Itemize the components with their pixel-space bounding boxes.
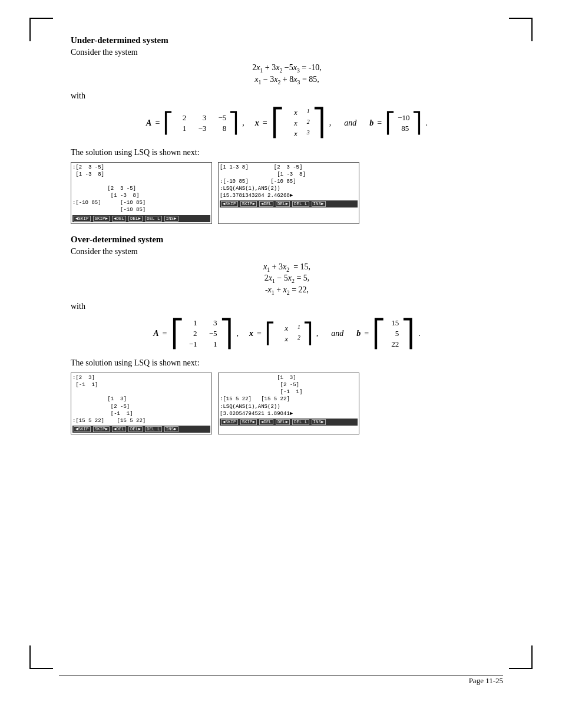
bar-skip-right-2[interactable]: SKIP► — [240, 201, 257, 207]
bar-del-right-3[interactable]: DEL► — [128, 426, 143, 432]
bar-skip-left-2[interactable]: ◄SKIP — [221, 201, 238, 207]
corner-mark-tl — [29, 18, 53, 41]
bar-del-l-2[interactable]: DEL L — [292, 201, 309, 207]
bar-del-left-4[interactable]: ◄DEL — [259, 419, 273, 425]
bar-skip-left-3[interactable]: ◄SKIP — [74, 426, 91, 432]
bar-del-left-2[interactable]: ◄DEL — [259, 201, 273, 207]
x-vector-2: ⎡ x1 x2 ⎤ — [265, 322, 313, 345]
under-determined-section: Under-determined system Consider the sys… — [71, 35, 503, 224]
page-number: Page 11-25 — [469, 676, 503, 686]
bar-ins-4[interactable]: INS► — [312, 419, 326, 425]
over-determined-intro: Consider the system — [71, 247, 503, 256]
od-eq-line-1: x1 + 3x2 = 15, — [71, 262, 503, 273]
screenshot-1b: [1 1-3 8] [2 3 -5] [1 -3 8] :[-10 85] [-… — [218, 162, 359, 224]
bar-skip-right[interactable]: SKIP► — [93, 216, 110, 222]
bar-del-left[interactable]: ◄DEL — [112, 216, 126, 222]
screenshot-1a: :[2 3 -5] [1 -3 8] [2 3 -5] [1 -3 8] :[-… — [71, 162, 212, 224]
bar-skip-right-4[interactable]: SKIP► — [240, 419, 257, 425]
over-determined-title: Over-determined system — [71, 235, 503, 245]
b-vector-expr-2: b = ⎡ 15 5 22 ⎤ . — [356, 317, 420, 350]
od-eq-line-3: -x1 + x2 = 22, — [71, 285, 503, 296]
with-label-1: with — [71, 91, 503, 101]
bar-skip-left-4[interactable]: ◄SKIP — [221, 419, 238, 425]
with-label-2: with — [71, 302, 503, 311]
bar-skip-left[interactable]: ◄SKIP — [74, 216, 91, 222]
x-label-2: x — [249, 329, 253, 338]
bar-ins-2[interactable]: INS► — [312, 201, 326, 207]
screenshots-row-1: :[2 3 -5] [1 -3 8] [2 3 -5] [1 -3 8] :[-… — [71, 162, 503, 224]
bar-del-l-4[interactable]: DEL L — [292, 419, 309, 425]
solution-text-2: The solution using LSQ is shown next: — [71, 358, 503, 368]
x-vector-1: ⎡ x1 x2 x3 ⎤ — [271, 107, 326, 140]
over-determined-section: Over-determined system Consider the syst… — [71, 235, 503, 434]
matrix-A-2: ⎡ 1 3 2 −5 −1 1 — [171, 317, 233, 350]
corner-mark-bl — [29, 645, 53, 669]
matrix-equation-1: A = ⎡ 2 3 −5 1 −3 8 — [71, 107, 503, 140]
eq-line-2: x1 − 3x2 + 8x3 = 85, — [71, 75, 503, 85]
bar-skip-right-3[interactable]: SKIP► — [93, 426, 110, 432]
corner-mark-tr — [509, 18, 533, 41]
screenshot-2a-content: :[2 3] [-1 1] [1 3] [2 -5] [-1 1] :[15 5… — [72, 374, 210, 424]
screenshot-1a-content: :[2 3 -5] [1 -3 8] [2 3 -5] [1 -3 8] :[-… — [72, 164, 210, 214]
bottom-line — [59, 676, 503, 676]
od-eq-line-2: 2x1 − 5x2 = 5, — [71, 274, 503, 284]
matrix-A-expr-2: A = ⎡ 1 3 2 −5 −1 — [153, 317, 239, 350]
x-label-1: x — [255, 118, 259, 128]
bar-del-l-3[interactable]: DEL L — [145, 426, 162, 432]
bar-del-left-3[interactable]: ◄DEL — [112, 426, 126, 432]
bar-del-right-4[interactable]: DEL► — [276, 419, 290, 425]
bar-del-l[interactable]: DEL L — [145, 216, 162, 222]
under-determined-intro: Consider the system — [71, 48, 503, 57]
x-vector-expr-1: x = ⎡ x1 x2 x3 ⎤ , — [255, 107, 331, 140]
under-determined-equations: 2x1 + 3x2 −5x3 = -10, x1 − 3x2 + 8x3 = 8… — [71, 63, 503, 85]
screenshot-2a-bar[interactable]: ◄SKIP SKIP► ◄DEL DEL► DEL L INS► — [72, 426, 210, 433]
corner-mark-br — [509, 645, 533, 669]
b-vector-2: ⎡ 15 5 22 ⎤ — [372, 317, 415, 350]
and-word-2: and — [331, 329, 343, 338]
screenshot-2a: :[2 3] [-1 1] [1 3] [2 -5] [-1 1] :[15 5… — [71, 373, 212, 434]
b-label-1: b — [369, 118, 373, 128]
and-word-1: and — [344, 118, 356, 128]
screenshot-2b-content: [1 3] [2 -5] [-1 1] :[15 5 22] [15 5 22]… — [220, 374, 358, 417]
screenshot-2b: [1 3] [2 -5] [-1 1] :[15 5 22] [15 5 22]… — [218, 373, 359, 434]
A-label-1: A — [146, 118, 151, 128]
screenshot-1b-content: [1 1-3 8] [2 3 -5] [1 -3 8] :[-10 85] [-… — [220, 164, 358, 200]
matrix-A-expr-1: A = ⎡ 2 3 −5 1 −3 8 — [146, 112, 244, 134]
A-label-2: A — [153, 329, 158, 338]
equals-2: = — [163, 329, 167, 338]
equals-1: = — [155, 118, 160, 128]
screenshots-row-2: :[2 3] [-1 1] [1 3] [2 -5] [-1 1] :[15 5… — [71, 373, 503, 434]
under-determined-title: Under-determined system — [71, 35, 503, 45]
screenshot-1b-bar[interactable]: ◄SKIP SKIP► ◄DEL DEL► DEL L INS► — [220, 200, 358, 207]
matrix-A-1: ⎡ 2 3 −5 1 −3 8 ⎤ — [163, 112, 239, 134]
bar-ins-3[interactable]: INS► — [164, 426, 178, 432]
b-vector-expr-1: b = ⎡ −10 85 ⎤ . — [369, 112, 428, 134]
eq-line-1: 2x1 + 3x2 −5x3 = -10, — [71, 63, 503, 74]
page: Under-determined system Consider the sys… — [0, 0, 562, 728]
solution-text-1: The solution using LSQ is shown next: — [71, 148, 503, 157]
bar-ins[interactable]: INS► — [164, 216, 178, 222]
screenshot-1a-bar[interactable]: ◄SKIP SKIP► ◄DEL DEL► DEL L INS► — [72, 215, 210, 222]
over-determined-equations: x1 + 3x2 = 15, 2x1 − 5x2 = 5, -x1 + x2 =… — [71, 262, 503, 296]
b-vector-1: ⎡ −10 85 ⎤ — [385, 112, 422, 134]
matrix-equation-2: A = ⎡ 1 3 2 −5 −1 — [71, 317, 503, 350]
bar-del-right-2[interactable]: DEL► — [276, 201, 290, 207]
b-label-2: b — [356, 329, 361, 338]
bar-del-right[interactable]: DEL► — [128, 216, 143, 222]
screenshot-2b-bar[interactable]: ◄SKIP SKIP► ◄DEL DEL► DEL L INS► — [220, 419, 358, 426]
x-vector-expr-2: x = ⎡ x1 x2 ⎤ , — [249, 322, 318, 345]
